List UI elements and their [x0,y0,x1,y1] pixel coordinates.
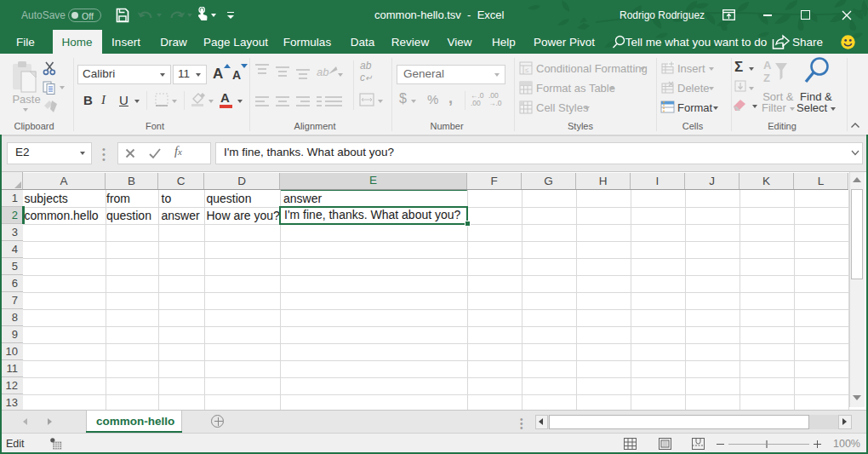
svg-text:Z: Z [763,72,770,84]
svg-text:≤: ≤ [525,66,529,74]
svg-text:A: A [763,59,772,72]
svg-text:ab: ab [317,66,328,78]
